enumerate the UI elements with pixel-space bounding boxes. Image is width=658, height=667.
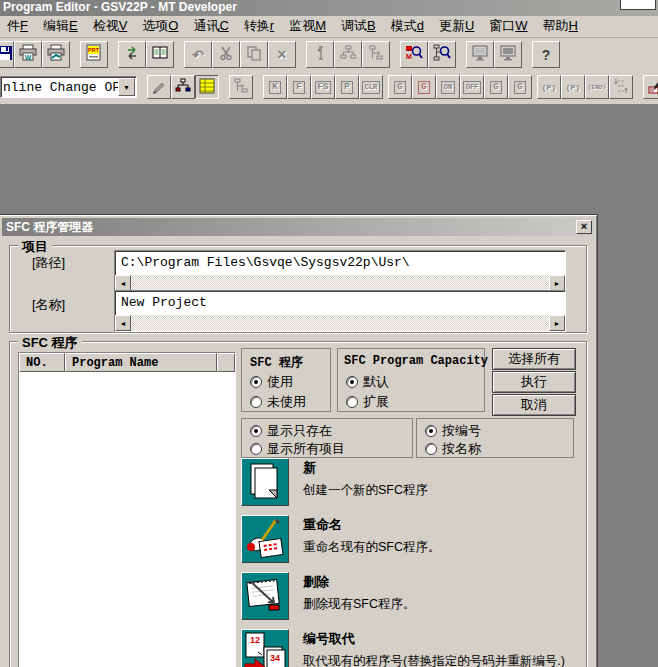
- mdi-workspace: SFC 程序管理器 × 项目 [路径] C:\Program Files\Gsv…: [0, 104, 658, 667]
- radio-icon: [346, 376, 358, 388]
- radio-icon: [250, 376, 262, 388]
- menu-options[interactable]: 选项O: [136, 15, 187, 38]
- name-field[interactable]: New Project ◄ ►: [114, 290, 566, 332]
- symbol-off-button[interactable]: OFF: [460, 75, 484, 99]
- help-button[interactable]: ?: [532, 41, 560, 68]
- sfc-transfer-button[interactable]: [229, 75, 253, 99]
- rename-icon[interactable]: [241, 515, 289, 563]
- program-list-button[interactable]: [195, 75, 219, 99]
- symbol-g3-button[interactable]: G: [484, 75, 508, 99]
- select-all-button[interactable]: 选择所有: [492, 348, 576, 370]
- print-button[interactable]: W: [14, 41, 42, 68]
- dropdown-button[interactable]: ▼: [118, 78, 135, 96]
- symbol-fs-button[interactable]: FS: [311, 75, 335, 99]
- action-title: 编号取代: [303, 630, 565, 648]
- cut-button[interactable]: [212, 41, 240, 68]
- path-value: C:\Program Files\Gsvqe\Sysgsv22p\Usr\: [115, 251, 565, 275]
- printer-preview-icon: [47, 44, 65, 65]
- end-step-button[interactable]: (END): [585, 75, 609, 99]
- scroll-right-icon: ►: [554, 320, 561, 327]
- menu-view[interactable]: 检视V: [87, 15, 137, 38]
- menu-update[interactable]: 更新U: [433, 15, 483, 38]
- column-blank[interactable]: [217, 353, 235, 372]
- radio-icon: [425, 443, 437, 455]
- symbol-clr-button[interactable]: CLR: [359, 75, 383, 99]
- scroll-right-icon: ►: [554, 280, 561, 287]
- yellow-grid-icon: [199, 78, 215, 97]
- menu-help[interactable]: 帮助H: [537, 15, 587, 38]
- monitor-start-button[interactable]: [466, 41, 494, 68]
- radio-unused[interactable]: 未使用: [250, 393, 306, 411]
- swap-arrows-icon: [124, 45, 140, 64]
- print-setup-button[interactable]: PRT: [80, 41, 108, 68]
- pointer-up-button[interactable]: (P): [561, 75, 585, 99]
- find-motion-button[interactable]: M: [400, 41, 428, 68]
- undo-button[interactable]: ↶: [184, 41, 212, 68]
- radio-show-existing[interactable]: 显示只存在: [250, 422, 332, 440]
- delete-program-icon[interactable]: [241, 572, 289, 620]
- action-desc: 删除现有SFC程序。: [303, 596, 416, 613]
- name-scrollbar[interactable]: ◄ ►: [115, 315, 565, 331]
- menu-window[interactable]: 窗口W: [483, 15, 536, 38]
- pointer-down-button[interactable]: (P): [537, 75, 561, 99]
- column-program-name[interactable]: Program Name: [65, 353, 217, 372]
- menu-edit[interactable]: 编辑E: [37, 15, 87, 38]
- sfc-step-insert-button[interactable]: [306, 41, 334, 68]
- scroll-left-button[interactable]: ◄: [115, 275, 131, 291]
- path-scrollbar[interactable]: ◄ ►: [115, 275, 565, 291]
- copy-button[interactable]: [240, 41, 268, 68]
- delete-button[interactable]: ×: [268, 41, 296, 68]
- action-desc: 重命名现有的SFC程序。: [303, 539, 441, 556]
- step-jump-button[interactable]: [609, 75, 633, 99]
- capacity-title: SFC Program Capacity: [344, 354, 488, 368]
- edit-mode-button[interactable]: [147, 75, 171, 99]
- symbol-on-button[interactable]: ON: [436, 75, 460, 99]
- path-field[interactable]: C:\Program Files\Gsvqe\Sysgsv22p\Usr\ ◄ …: [114, 250, 566, 292]
- convert-button[interactable]: [118, 41, 146, 68]
- find-structure-button[interactable]: [428, 41, 456, 68]
- radio-by-number[interactable]: 按编号: [425, 422, 481, 440]
- sfc-tree-icon: [340, 45, 356, 64]
- online-change-dropdown[interactable]: nline Change OFF ▼: [0, 76, 137, 98]
- save-button[interactable]: [0, 41, 14, 68]
- menu-debug[interactable]: 调试B: [335, 15, 385, 38]
- sfc-branch-insert-button[interactable]: [334, 41, 362, 68]
- radio-used[interactable]: 使用: [250, 373, 293, 391]
- symbol-g2-button[interactable]: G: [412, 75, 436, 99]
- radio-default[interactable]: 默认: [346, 373, 389, 391]
- radio-by-name[interactable]: 按名称: [425, 440, 481, 458]
- menu-convert[interactable]: 转换r: [238, 15, 283, 38]
- program-list[interactable]: NO. Program Name: [18, 352, 236, 667]
- scroll-right-button[interactable]: ►: [549, 315, 565, 331]
- symbol-k-button[interactable]: K: [263, 75, 287, 99]
- dialog-close-button[interactable]: ×: [576, 220, 592, 234]
- print-preview-button[interactable]: [42, 41, 70, 68]
- menu-file[interactable]: 件F: [1, 15, 37, 38]
- symbol-f-button[interactable]: F: [287, 75, 311, 99]
- radio-show-all[interactable]: 显示所有项目: [250, 440, 345, 458]
- renumber-icon[interactable]: 1234: [241, 629, 289, 667]
- toolbar-sfc: nline Change OFF ▼ K F FS P CLR G G ON O…: [0, 71, 658, 103]
- execute-button[interactable]: 执行: [492, 371, 576, 393]
- menu-mode[interactable]: 模式d: [385, 15, 433, 38]
- menu-monitor[interactable]: 监视M: [283, 15, 335, 38]
- symbol-g1-button[interactable]: G: [388, 75, 412, 99]
- svg-text:34: 34: [270, 653, 280, 663]
- scroll-right-button[interactable]: ►: [549, 275, 565, 291]
- new-program-icon[interactable]: [241, 458, 289, 506]
- radio-extend[interactable]: 扩展: [346, 393, 389, 411]
- pen-icon: [151, 78, 167, 97]
- menu-communication[interactable]: 通讯C: [187, 15, 237, 38]
- cancel-button[interactable]: 取消: [492, 394, 576, 416]
- column-no[interactable]: NO.: [19, 353, 65, 372]
- program-edit-button[interactable]: [643, 75, 658, 99]
- program-list-body[interactable]: [19, 372, 235, 667]
- action-delete: 删除 删除现有SFC程序。: [241, 572, 593, 620]
- scroll-left-button[interactable]: ◄: [115, 315, 131, 331]
- sfc-diagram-button[interactable]: [171, 75, 195, 99]
- monitor-stop-button[interactable]: [494, 41, 522, 68]
- sfc-transition-insert-button[interactable]: [362, 41, 390, 68]
- project-copy-button[interactable]: [146, 41, 174, 68]
- symbol-p-button[interactable]: P: [335, 75, 359, 99]
- symbol-g4-button[interactable]: G: [508, 75, 532, 99]
